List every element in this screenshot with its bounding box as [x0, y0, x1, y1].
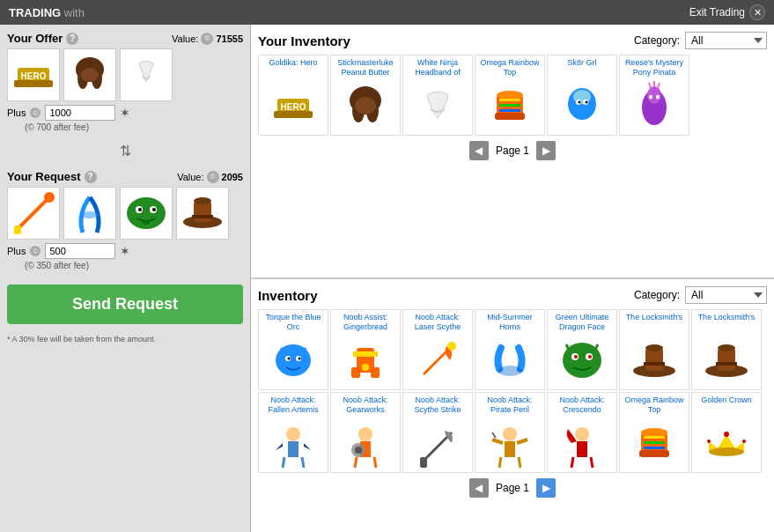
their-inventory-grid: Torque the Blue Orc [258, 309, 767, 473]
their-inv-item-13-img [628, 417, 681, 469]
your-offer-title: Your Offer ? [7, 32, 78, 45]
your-inv-page-text: Page 1 [496, 144, 529, 157]
their-inventory-header: Inventory Category: All Hats Gear Faces … [258, 286, 767, 304]
your-inventory-category-select[interactable]: All Hats Gear Faces Accessories [685, 32, 767, 49]
arrows-icon: ⇅ [120, 143, 131, 159]
their-inventory-title: Inventory [258, 288, 318, 303]
your-request-value: Value: © 2095 [177, 171, 243, 183]
your-offer-help-icon[interactable]: ? [66, 33, 78, 45]
svg-point-29 [497, 91, 523, 100]
their-inv-item-4[interactable]: Mid-Summer Horns [475, 309, 545, 390]
svg-rect-73 [288, 441, 299, 457]
request-item-1-img [9, 188, 58, 238]
their-inv-item-3-img [411, 334, 464, 387]
svg-rect-55 [371, 367, 380, 378]
their-inv-prev-btn[interactable]: ◀ [469, 478, 489, 498]
your-request-items [7, 187, 243, 240]
svg-point-53 [362, 364, 369, 371]
their-inv-next-btn[interactable]: ▶ [536, 478, 556, 498]
their-inv-item-1[interactable]: Torque the Blue Orc [258, 309, 328, 390]
exit-trading-button[interactable]: Exit Trading ✕ [689, 4, 765, 20]
svg-rect-52 [353, 351, 378, 357]
your-inv-item-4[interactable]: Omega Rainbow Top [475, 55, 545, 136]
svg-point-34 [573, 90, 591, 104]
their-inv-item-9[interactable]: Noob Attack: Gearworks [330, 392, 401, 473]
svg-point-62 [574, 355, 578, 358]
offer-item-1[interactable]: HERO [7, 48, 60, 101]
trading-label: TRADING with [9, 6, 85, 19]
robux-icon-offer: © [201, 33, 213, 45]
svg-point-93 [742, 440, 746, 443]
their-inv-item-5[interactable]: Green Ultimate Dragon Face [547, 309, 617, 390]
your-inv-item-6[interactable]: Reese's Mystery Pony Pinata [619, 55, 689, 136]
request-star-button[interactable]: ✶ [120, 244, 130, 258]
your-inventory-header: Your Inventory Category: All Hats Gear F… [258, 32, 767, 49]
their-inv-item-7-img [700, 334, 753, 387]
svg-point-44 [649, 95, 652, 100]
your-inventory-section: Your Inventory Category: All Hats Gear F… [251, 25, 774, 279]
their-inv-item-14-img [700, 417, 753, 469]
svg-rect-83 [577, 441, 587, 457]
their-inv-item-14[interactable]: Golden Crown [691, 392, 762, 473]
svg-rect-89 [644, 447, 665, 449]
their-inv-item-12[interactable]: Noob Attack: Crescendo [547, 392, 617, 473]
their-inv-item-12-img [556, 417, 608, 469]
their-inv-item-11[interactable]: Noob Attack: Pirate Peril [475, 392, 545, 473]
svg-rect-31 [499, 104, 520, 107]
svg-rect-28 [495, 113, 525, 120]
your-inv-prev-btn[interactable]: ◀ [469, 141, 489, 160]
your-request-section: Your Request ? Value: © 2095 [7, 170, 243, 270]
your-offer-header: Your Offer ? Value: © 71555 [7, 32, 243, 45]
their-inv-item-13[interactable]: Omega Rainbow Top [619, 392, 689, 473]
your-request-help-icon[interactable]: ? [85, 171, 97, 183]
request-fee-note: (© 350 after fee) [25, 261, 243, 270]
offer-plus-input[interactable] [45, 105, 115, 121]
svg-rect-67 [644, 362, 665, 366]
request-plus-input[interactable] [45, 243, 115, 259]
request-item-2-img [65, 188, 114, 238]
robux-icon-plus-request: © [30, 246, 41, 256]
robux-icon-plus-offer: © [30, 107, 41, 118]
send-request-button[interactable]: Send Request [7, 284, 243, 324]
their-inv-item-3[interactable]: Noob Attack: Laser Scythe [402, 309, 473, 390]
svg-point-49 [288, 358, 291, 360]
right-panel: Your Inventory Category: All Hats Gear F… [251, 25, 774, 532]
svg-point-58 [498, 366, 522, 376]
svg-line-43 [658, 83, 660, 88]
your-offer-value: Value: © 71555 [172, 33, 243, 45]
svg-text:HERO: HERO [281, 102, 306, 112]
their-inventory-pagination: ◀ Page 1 ▶ [258, 473, 767, 503]
svg-point-37 [579, 101, 581, 104]
svg-point-18 [194, 197, 211, 204]
their-inventory-category-select[interactable]: All Hats Gear Faces Accessories [685, 286, 767, 304]
svg-point-77 [355, 447, 362, 454]
their-inv-item-6[interactable]: The Locksmith's [619, 309, 689, 390]
your-inv-next-btn[interactable]: ▶ [536, 141, 556, 160]
your-inventory-title: Your Inventory [258, 33, 350, 48]
your-inv-item-5[interactable]: Sk8r Grl [547, 55, 617, 136]
offer-item-2[interactable] [63, 48, 116, 101]
request-item-2[interactable] [63, 187, 116, 240]
offer-item-3[interactable] [120, 48, 173, 101]
their-inv-item-4-img [483, 334, 536, 387]
offer-item-1-img: HERO [9, 50, 58, 100]
your-request-header: Your Request ? Value: © 2095 [7, 170, 243, 183]
their-inv-item-10-img [411, 417, 464, 469]
their-inv-item-5-img [556, 334, 608, 387]
your-inv-item-2[interactable]: Stickmasterluke Peanut Butter [330, 55, 401, 136]
svg-point-45 [656, 95, 660, 100]
request-item-4[interactable] [176, 187, 229, 240]
their-inv-item-7[interactable]: The Locksmith's [691, 309, 762, 390]
your-inv-item-3[interactable]: White Ninja Headband of [402, 55, 473, 136]
your-inv-item-1[interactable]: Goldika: Hero HERO [258, 55, 328, 136]
their-inv-item-2[interactable]: Noob Assist: Gingerbread [330, 309, 401, 390]
svg-rect-19 [192, 215, 213, 218]
request-item-3[interactable] [120, 187, 173, 240]
their-inv-item-10[interactable]: Noob Attack: Scythe Strike [402, 392, 473, 473]
svg-point-92 [707, 440, 711, 443]
top-bar: TRADING with Exit Trading ✕ [0, 0, 774, 25]
request-item-1[interactable] [7, 187, 60, 240]
offer-star-button[interactable]: ✶ [120, 106, 130, 120]
request-item-4-img [178, 188, 227, 238]
their-inv-item-8[interactable]: Noob Attack: Fallen Artemis [258, 392, 328, 473]
